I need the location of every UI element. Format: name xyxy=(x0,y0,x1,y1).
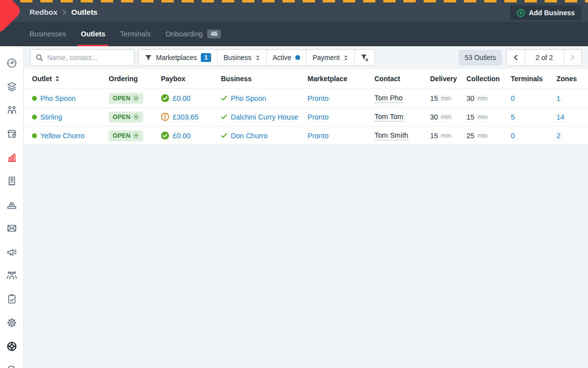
chevron-right-icon xyxy=(62,9,66,15)
till-icon[interactable] xyxy=(6,199,18,211)
zones-link[interactable]: 14 xyxy=(557,113,564,121)
business-cell: Dalchini Curry House xyxy=(213,108,300,126)
add-business-button[interactable]: Add Business xyxy=(510,5,581,20)
business-filter-button[interactable]: Business xyxy=(217,50,267,65)
prev-page-button[interactable] xyxy=(507,50,525,65)
page-indicator: 2 of 2 xyxy=(525,50,564,65)
clipboard-check-icon[interactable] xyxy=(6,293,18,305)
collection-unit: min xyxy=(477,132,488,139)
marketplaces-filter-badge: 1 xyxy=(201,53,211,62)
tab-outlets[interactable]: Outlets xyxy=(81,22,105,46)
outlet-cell: Pho Spoon xyxy=(24,89,101,107)
marketplace-cell: Pronto xyxy=(300,89,367,107)
sort-icon xyxy=(55,75,60,82)
terminals-cell: 0 xyxy=(503,126,549,145)
collection-cell: 15 min xyxy=(459,108,503,126)
add-business-label: Add Business xyxy=(529,9,575,17)
collection-cell: 30 min xyxy=(459,89,503,107)
outlets-table: Outlet Ordering Paybox Business Marketpl… xyxy=(24,69,588,145)
business-link[interactable]: Dalchini Curry House xyxy=(231,113,298,121)
marketplace-link[interactable]: Pronto xyxy=(308,94,329,102)
search-input[interactable] xyxy=(47,54,129,61)
table-header-row: Outlet Ordering Paybox Business Marketpl… xyxy=(24,69,588,89)
check-icon xyxy=(221,114,227,120)
dashboard-gauge-icon[interactable] xyxy=(6,57,18,69)
paybox-link[interactable]: £0.00 xyxy=(173,132,190,140)
paybox-cell: £0.00 xyxy=(153,126,213,145)
collection-value: 30 xyxy=(466,94,474,102)
outlets-page: Redbox Outlets Add Business Businesses O… xyxy=(0,0,588,368)
contact-name[interactable]: Tom Smith xyxy=(374,131,408,140)
filter-bar: Marketplaces 1 Business Active Payment xyxy=(24,46,588,69)
sort-arrows-icon xyxy=(343,55,348,61)
active-filter-button[interactable]: Active xyxy=(267,50,307,65)
zones-link[interactable]: 2 xyxy=(557,132,560,140)
marketplace-link[interactable]: Pronto xyxy=(308,132,329,140)
plus-circle-icon xyxy=(517,9,525,17)
receipt-icon[interactable] xyxy=(6,175,18,187)
online-dot-icon xyxy=(32,115,37,120)
settings-gear-icon[interactable] xyxy=(6,317,18,329)
funnel-clear-icon xyxy=(361,54,369,61)
tab-businesses[interactable]: Businesses xyxy=(30,22,66,46)
search-box[interactable] xyxy=(30,49,134,66)
outlet-link[interactable]: Pho Spoon xyxy=(40,94,76,102)
business-link[interactable]: Don Churro xyxy=(231,132,268,140)
next-page-button[interactable] xyxy=(564,50,582,65)
paybox-link[interactable]: £303.65 xyxy=(173,113,198,121)
online-dot-icon xyxy=(32,133,37,138)
ordering-status-badge[interactable]: OPEN xyxy=(109,130,143,141)
check-circle-icon xyxy=(161,94,169,102)
marketplace-link[interactable]: Pronto xyxy=(308,113,329,121)
contact-cell: Tom Pho xyxy=(367,89,422,107)
paybox-link[interactable]: £0.00 xyxy=(173,94,190,102)
check-icon xyxy=(221,133,227,138)
outlet-link[interactable]: Stirling xyxy=(40,113,62,121)
marketplaces-filter-button[interactable]: Marketplaces 1 xyxy=(139,50,217,65)
tab-onboarding[interactable]: Onboarding 46 xyxy=(165,22,221,46)
megaphone-icon[interactable] xyxy=(6,246,18,258)
mail-icon[interactable] xyxy=(6,222,18,234)
payment-filter-button[interactable]: Payment xyxy=(307,50,355,65)
column-header-outlet[interactable]: Outlet xyxy=(24,69,101,89)
storefront-pin-icon[interactable] xyxy=(6,128,18,140)
zones-cell: 14 xyxy=(549,108,588,126)
zones-cell: 1 xyxy=(549,89,588,107)
collection-value: 25 xyxy=(466,132,474,140)
paybox-cell: £303.65 xyxy=(153,108,213,126)
marketplace-cell: Pronto xyxy=(300,126,367,145)
delivery-value: 30 xyxy=(430,113,438,121)
breadcrumb: Redbox Outlets xyxy=(30,2,97,22)
collection-cell: 25 min xyxy=(459,126,503,145)
business-link[interactable]: Pho Spoon xyxy=(231,94,266,102)
layers-icon[interactable] xyxy=(6,81,18,92)
contact-name[interactable]: Tom Pho xyxy=(374,94,402,103)
ordering-status-badge[interactable]: OPEN xyxy=(109,112,143,123)
customers-icon[interactable] xyxy=(6,104,18,116)
column-header-collection: Collection xyxy=(459,69,503,89)
online-dot-icon xyxy=(32,96,37,101)
reports-chart-icon[interactable] xyxy=(6,152,18,163)
help-lifebuoy-icon[interactable] xyxy=(6,340,18,352)
outlet-count-pill: 53 Outlets xyxy=(459,50,502,65)
breadcrumb-root[interactable]: Redbox xyxy=(30,8,58,17)
terminals-link[interactable]: 5 xyxy=(511,113,515,121)
terminals-link[interactable]: 0 xyxy=(511,94,515,102)
column-header-contact: Contact xyxy=(367,69,422,89)
column-header-terminals: Terminals xyxy=(503,69,549,89)
tab-terminals[interactable]: Terminals xyxy=(120,22,151,46)
table-row: Pho Spoon OPEN £0.00 xyxy=(24,89,588,107)
users-group-icon[interactable] xyxy=(6,270,18,281)
check-icon xyxy=(221,95,227,101)
terminals-link[interactable]: 0 xyxy=(511,132,515,140)
sidebar-nav xyxy=(0,46,24,368)
ordering-status-badge[interactable]: OPEN xyxy=(109,93,143,104)
outlet-link[interactable]: Yellow Churro xyxy=(40,132,85,140)
table-row: Yellow Churro OPEN £0.00 xyxy=(24,126,588,145)
contact-name[interactable]: Tom Tom xyxy=(374,113,403,122)
tab-bar: Businesses Outlets Terminals Onboarding … xyxy=(0,22,588,46)
search-icon[interactable] xyxy=(6,364,18,368)
delivery-unit: min xyxy=(441,132,451,139)
zones-link[interactable]: 1 xyxy=(557,94,560,102)
clear-filters-button[interactable] xyxy=(355,50,374,65)
